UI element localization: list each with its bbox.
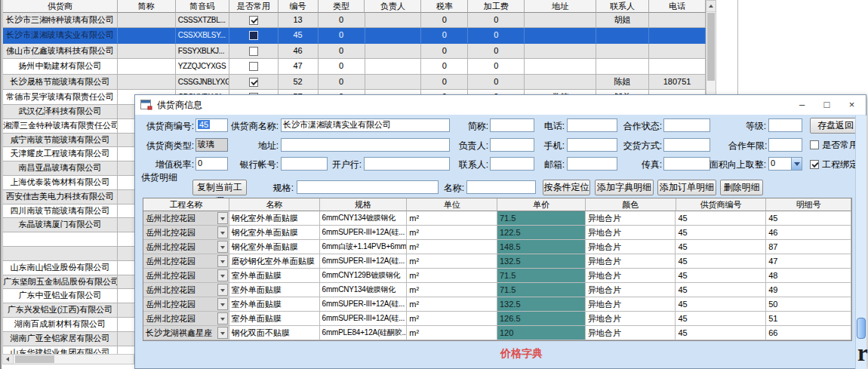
fax-field[interactable] — [663, 157, 710, 171]
column-header-detail-no[interactable]: 明细号 — [766, 198, 851, 211]
scrollbar-thumb[interactable] — [857, 318, 866, 339]
supplier-list-item[interactable]: 西安佳吉美电力科技有限公司 — [3, 190, 134, 204]
locate-button[interactable]: 按条件定位 — [543, 180, 590, 195]
copy-project-button[interactable]: 复制当前工程 — [192, 180, 247, 195]
common-checkbox-icon[interactable] — [249, 47, 258, 56]
maximize-icon[interactable]: □ — [814, 95, 839, 115]
chevron-down-icon[interactable] — [217, 212, 228, 224]
project-combobox[interactable]: 岳州北控花园 — [143, 254, 229, 269]
delivery-field[interactable] — [663, 138, 710, 152]
supplier-list-item[interactable]: 湖南广亚全铝家居有限公司 — [3, 332, 134, 346]
supplier-list-item[interactable]: 山东华建铝业集团有限公司 — [3, 346, 134, 354]
supplier-list-item[interactable]: 东晶玻璃厦门有限公司 — [3, 218, 134, 232]
grade-field[interactable] — [768, 118, 802, 132]
vertical-scrollbar[interactable] — [706, 0, 716, 105]
scrollbar-thumb[interactable] — [15, 355, 54, 363]
supplier-list-item[interactable]: 咸宁南玻节能玻璃有限公司 — [3, 134, 134, 148]
common-checkbox-icon[interactable] — [249, 31, 258, 40]
scrollbar-thumb[interactable] — [707, 13, 715, 81]
chevron-down-icon[interactable] — [791, 158, 802, 170]
horizontal-scrollbar[interactable] — [2, 354, 134, 364]
bank-field[interactable] — [364, 157, 450, 171]
project-combobox[interactable]: 长沙龙湖祺鑫星座 — [143, 326, 229, 340]
close-icon[interactable]: × — [839, 95, 864, 115]
supplier-table-row[interactable]: 佛山市亿鑫玻璃科技有限公司 FSSYXBLKJ... 46 0 0 0 — [3, 44, 706, 59]
project-combobox[interactable]: 岳州北控花园 — [143, 283, 229, 297]
column-header-phone[interactable]: 电话 — [649, 0, 706, 13]
column-header-no[interactable]: 编号 — [279, 0, 319, 13]
supplier-list-item[interactable]: 武汉亿泽科技有限公司 — [3, 105, 134, 119]
supplier-list-item[interactable]: 天津耀皮工程玻璃有限公司 — [3, 147, 134, 161]
spec-filter-field[interactable] — [297, 180, 439, 194]
email-field[interactable] — [567, 157, 617, 171]
chevron-down-icon[interactable] — [217, 269, 228, 281]
project-combobox[interactable]: 岳州北控花园 — [143, 269, 229, 283]
dialog-titlebar[interactable]: 供货商信息 – □ × — [135, 95, 866, 115]
coop-years-field[interactable] — [768, 138, 802, 152]
supplier-list-item[interactable]: 广东中亚铝业有限公司 — [3, 289, 134, 303]
dialog-vertical-scrollbar[interactable] — [855, 115, 866, 369]
save-return-button[interactable]: 存盘返回 — [810, 118, 861, 134]
supplier-table-row[interactable]: 长沙市潇湘玻璃实业有限公司 CSSXXBLSY... 45 0 0 0 — [3, 28, 706, 43]
project-bind-checkbox[interactable]: 工程绑定 — [810, 158, 858, 171]
column-header-contact[interactable]: 联系人 — [596, 0, 649, 13]
detail-row[interactable]: 岳州北控花园 钢化室外单面贴膜 6mmSUPER-III+12A(硅... m²… — [143, 226, 851, 240]
round-up-select[interactable]: 0 — [768, 157, 802, 171]
contact-field[interactable] — [490, 157, 534, 171]
manager-field[interactable] — [490, 138, 534, 152]
supplier-list-item[interactable]: 湖南百成新材料有限公司 — [3, 318, 134, 332]
column-header-type[interactable]: 类型 — [319, 0, 365, 13]
column-header-fee[interactable]: 加工费 — [468, 0, 525, 13]
name-filter-field[interactable] — [466, 180, 536, 194]
supplier-list-item[interactable]: 上海优泰装饰材料有限公司 — [3, 176, 134, 190]
scroll-up-icon[interactable] — [706, 1, 716, 12]
column-header-tax[interactable]: 税率 — [421, 0, 468, 13]
supplier-list-item[interactable]: 南昌亚晶玻璃有限公司 — [3, 161, 134, 176]
supplier-table-row[interactable]: 长沙晟格节能玻璃有限公司 CSSGJNBLYXGS 52 0 0 0 陈姐 18… — [3, 75, 706, 90]
project-combobox[interactable]: 岳州北控花园 — [143, 312, 229, 326]
chevron-down-icon[interactable] — [217, 255, 228, 267]
short-name-field[interactable] — [490, 118, 534, 132]
delete-detail-button[interactable]: 删除明细 — [720, 180, 763, 195]
column-header-name[interactable]: 名称 — [229, 198, 320, 211]
address-field[interactable] — [281, 138, 450, 152]
supplier-table-row[interactable]: 长沙市三湘特种玻璃有限公司 CSSSXTZBL... 13 0 0 0 胡姐 — [3, 13, 706, 28]
chevron-down-icon[interactable] — [217, 241, 228, 253]
common-use-checkbox[interactable]: 是否常用 — [810, 139, 858, 151]
supplier-list-item[interactable]: 广东坚朗五金制品股份有限公司 — [3, 275, 134, 290]
project-combobox[interactable]: 岳州北控花园 — [143, 211, 229, 226]
column-header-project[interactable]: 工程名称 — [143, 198, 229, 211]
column-header-price[interactable]: 单价 — [497, 198, 586, 211]
supplier-list-item[interactable]: 四川南玻节能玻璃有限公司 — [3, 204, 134, 219]
chevron-down-icon[interactable] — [217, 327, 228, 339]
common-checkbox-icon[interactable] — [249, 16, 258, 25]
add-dict-detail-button[interactable]: 添加字典明细 — [595, 180, 654, 195]
bank-account-field[interactable] — [281, 157, 328, 171]
column-header-supplier-no[interactable]: 供货商编号 — [676, 198, 767, 211]
column-header-address[interactable]: 地址 — [525, 0, 596, 13]
project-combobox[interactable]: 岳州北控花园 — [143, 226, 229, 240]
detail-row[interactable]: 岳州北控花园 钢化室外单面贴膜 6mmCNY134镀膜钢化 m² 71.5 异地… — [143, 211, 851, 226]
scroll-left-icon[interactable] — [3, 355, 14, 364]
checkbox-icon[interactable] — [810, 140, 819, 149]
detail-row[interactable]: 岳州北控花园 室外单面贴膜 6mmSUPER-III+12A(硅... m² 1… — [143, 297, 851, 312]
column-header-common[interactable]: 是否常用 — [229, 0, 279, 13]
supplier-no-field[interactable]: 45 — [195, 118, 228, 132]
column-header-manager[interactable]: 负责人 — [365, 0, 421, 13]
supplier-list-item[interactable] — [3, 232, 134, 247]
project-combobox[interactable]: 岳州北控花园 — [143, 240, 229, 254]
detail-row[interactable]: 长沙龙湖祺鑫星座 钢化双面不贴膜 6mmPLE84+12A(硅酮胶... m² … — [143, 326, 851, 340]
supplier-list-item[interactable]: 广东兴发铝业(江西)有限公司 — [3, 303, 134, 318]
project-combobox[interactable]: 岳州北控花园 — [143, 297, 229, 312]
chevron-down-icon[interactable] — [217, 298, 228, 310]
column-header-code[interactable]: 简音码 — [176, 0, 229, 13]
mobile-field[interactable] — [567, 138, 617, 152]
common-checkbox-icon[interactable] — [249, 62, 258, 71]
detail-row[interactable]: 岳州北控花园 钢化室外单面贴膜 6mm白玻+1.14PVB+6mm... m² … — [143, 240, 851, 254]
chevron-down-icon[interactable] — [217, 284, 228, 296]
column-header-color[interactable]: 颜色 — [586, 198, 676, 211]
supplier-type-field[interactable]: 玻璃 — [195, 138, 228, 152]
checkbox-icon[interactable] — [810, 160, 819, 169]
column-header-unit[interactable]: 单位 — [407, 198, 497, 211]
chevron-down-icon[interactable] — [217, 312, 228, 324]
